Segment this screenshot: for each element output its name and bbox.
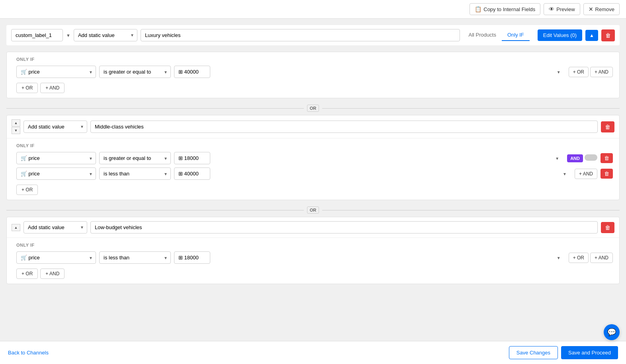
lowbudget-value-input[interactable] [90, 221, 598, 234]
lowbudget-only-if-section: ONLY IF 🛒 price ▼ is less than ▼ ⊞ 1 [7, 238, 619, 284]
lowbudget-up-button[interactable]: ▲ [12, 224, 20, 231]
chevron-up-button[interactable]: ▲ [585, 30, 598, 41]
copy-icon: 📋 [475, 6, 481, 12]
luxury-val-wrap: ⊞ 40000 ▼ [174, 66, 564, 78]
luxury-add-and-button[interactable]: + AND [40, 83, 65, 93]
preview-icon: 👁 [549, 6, 554, 12]
chat-bubble-button[interactable]: 💬 [604, 324, 620, 340]
middle-and-button-1[interactable]: + AND [575, 169, 597, 179]
middle-down-button[interactable]: ▼ [12, 127, 20, 134]
rule-block-lowbudget: ▲ Add static value ▼ 🗑 ONLY IF 🛒 price ▼ [6, 217, 620, 284]
luxury-val-select[interactable]: ⊞ 40000 [174, 66, 210, 78]
middle-delete-button[interactable]: 🗑 [601, 121, 614, 132]
middle-field-select-1[interactable]: 🛒 price [16, 167, 96, 180]
lowbudget-field-select[interactable]: 🛒 price [16, 251, 96, 264]
middle-val-select-0[interactable]: ⊞ 18000 [174, 152, 210, 164]
and-toggle[interactable] [585, 154, 597, 161]
middle-row-delete-0[interactable]: 🗑 [601, 153, 613, 163]
middle-condition-row-1: 🛒 price ▼ is less than ▼ ⊞ 40000 ▼ [16, 167, 613, 180]
lowbudget-only-if-label: ONLY IF [16, 243, 613, 247]
save-and-proceed-button[interactable]: Save and Proceed [561, 346, 618, 359]
middle-field-select-0[interactable]: 🛒 price [16, 152, 96, 164]
middle-val-wrap-0: ⊞ 18000 ▼ [174, 152, 562, 164]
lowbudget-static-select[interactable]: Add static value [23, 221, 87, 234]
lowbudget-delete-button[interactable]: 🗑 [601, 222, 614, 233]
or-label-2: OR [307, 206, 319, 214]
footer-actions: Save Changes Save and Proceed [509, 346, 618, 359]
lowbudget-cond-actions: + OR + AND [569, 253, 613, 263]
middle-op-select-0[interactable]: is greater or equal to [99, 152, 171, 164]
add-static-value-select[interactable]: Add static value [74, 29, 137, 41]
top-toolbar: 📋 Copy to Internal Fields 👁 Preview ✕ Re… [0, 0, 626, 19]
lowbudget-add-and-button[interactable]: + AND [40, 269, 65, 279]
lowbudget-and-button[interactable]: + AND [590, 253, 613, 263]
or-line-left-2 [6, 210, 304, 210]
luxury-cond-actions: + OR + AND [569, 67, 613, 77]
or-label-1: OR [307, 105, 319, 112]
middle-static-select-wrapper: Add static value ▼ [23, 121, 87, 133]
field-name-input[interactable] [11, 29, 63, 41]
luxury-only-if-section: ONLY IF 🛒 price ▼ is greater or equal to… [7, 52, 619, 98]
tab-only-if[interactable]: Only IF [502, 29, 530, 41]
back-to-channels-link[interactable]: Back to Channels [8, 350, 49, 356]
middle-val-select-1[interactable]: ⊞ 40000 [174, 167, 210, 180]
copy-label: Copy to Internal Fields [483, 6, 535, 12]
middle-val-arrow-icon-0: ▼ [555, 156, 559, 160]
middle-op-wrap-0: is greater or equal to ▼ [99, 152, 171, 164]
middle-cond-actions-0: AND [567, 154, 597, 162]
lowbudget-val-select[interactable]: ⊞ 18000 [174, 251, 210, 264]
middle-value-input[interactable] [90, 121, 598, 133]
preview-label: Preview [556, 6, 575, 12]
middle-up-button[interactable]: ▲ [12, 119, 20, 127]
remove-icon: ✕ [589, 6, 593, 12]
middle-only-if-label: ONLY IF [16, 143, 613, 148]
lowbudget-condition-row-0: 🛒 price ▼ is less than ▼ ⊞ 18000 ▼ [16, 251, 613, 264]
lowbudget-updown-buttons: ▲ [12, 224, 20, 231]
tab-all-products[interactable]: All Products [463, 29, 502, 41]
luxury-condition-row-0: 🛒 price ▼ is greater or equal to ▼ ⊞ 400… [16, 66, 613, 78]
and-badge[interactable]: AND [567, 154, 583, 162]
middle-condition-row-0: 🛒 price ▼ is greater or equal to ▼ ⊞ 180… [16, 152, 613, 164]
luxury-op-select[interactable]: is greater or equal to [99, 66, 171, 78]
lowbudget-static-select-wrapper: Add static value ▼ [23, 221, 87, 234]
luxury-bottom-add-row: + OR + AND [16, 81, 613, 93]
luxury-add-or-button[interactable]: + OR [16, 83, 38, 93]
middle-val-arrow-icon-1: ▼ [563, 171, 567, 176]
delete-header-button[interactable]: 🗑 [601, 29, 615, 41]
middle-segment-header: ▲ ▼ Add static value ▼ 🗑 [7, 115, 619, 138]
luxury-field-select[interactable]: 🛒 price [16, 66, 96, 78]
middle-cond-actions-1: + AND [575, 169, 597, 179]
copy-to-internal-fields-button[interactable]: 📋 Copy to Internal Fields [470, 3, 540, 15]
add-static-value-select-wrapper: Add static value ▼ [74, 29, 137, 41]
lowbudget-or-button[interactable]: + OR [569, 253, 589, 263]
lowbudget-bottom-add-row: + OR + AND [16, 267, 613, 279]
middle-row-delete-1[interactable]: 🗑 [601, 169, 613, 179]
middle-op-wrap-1: is less than ▼ [99, 167, 171, 180]
edit-values-button[interactable]: Edit Values (0) [538, 29, 582, 41]
lowbudget-field-wrap: 🛒 price ▼ [16, 251, 96, 264]
rule-block-luxury: ONLY IF 🛒 price ▼ is greater or equal to… [6, 52, 620, 98]
header-row: ▼ Add static value ▼ All Products Only I… [6, 25, 620, 45]
luxury-or-button[interactable]: + OR [569, 67, 589, 77]
middle-only-if-section: ONLY IF 🛒 price ▼ is greater or equal to… [7, 138, 619, 200]
lowbudget-add-or-button[interactable]: + OR [16, 269, 38, 279]
lowbudget-op-select[interactable]: is less than [99, 251, 171, 264]
luxury-op-wrap: is greater or equal to ▼ [99, 66, 171, 78]
middle-op-select-1[interactable]: is less than [99, 167, 171, 180]
middle-field-wrap-0: 🛒 price ▼ [16, 152, 96, 164]
middle-field-wrap-1: 🛒 price ▼ [16, 167, 96, 180]
or-line-right-2 [322, 210, 620, 210]
remove-button[interactable]: ✕ Remove [583, 3, 620, 15]
luxury-value-input[interactable] [141, 29, 460, 41]
main-content: ▼ Add static value ▼ All Products Only I… [0, 19, 626, 341]
luxury-and-button[interactable]: + AND [590, 67, 613, 77]
save-changes-button[interactable]: Save Changes [509, 346, 558, 359]
luxury-only-if-label: ONLY IF [16, 57, 613, 62]
or-connector-1: OR [6, 101, 620, 115]
middle-static-select[interactable]: Add static value [23, 121, 87, 133]
preview-button[interactable]: 👁 Preview [544, 3, 580, 15]
middle-val-wrap-1: ⊞ 40000 ▼ [174, 167, 570, 180]
middle-add-or-button[interactable]: + OR [16, 185, 38, 195]
rule-block-middle: ▲ ▼ Add static value ▼ 🗑 ONLY IF 🛒 price [6, 115, 620, 200]
luxury-field-wrap: 🛒 price ▼ [16, 66, 96, 78]
